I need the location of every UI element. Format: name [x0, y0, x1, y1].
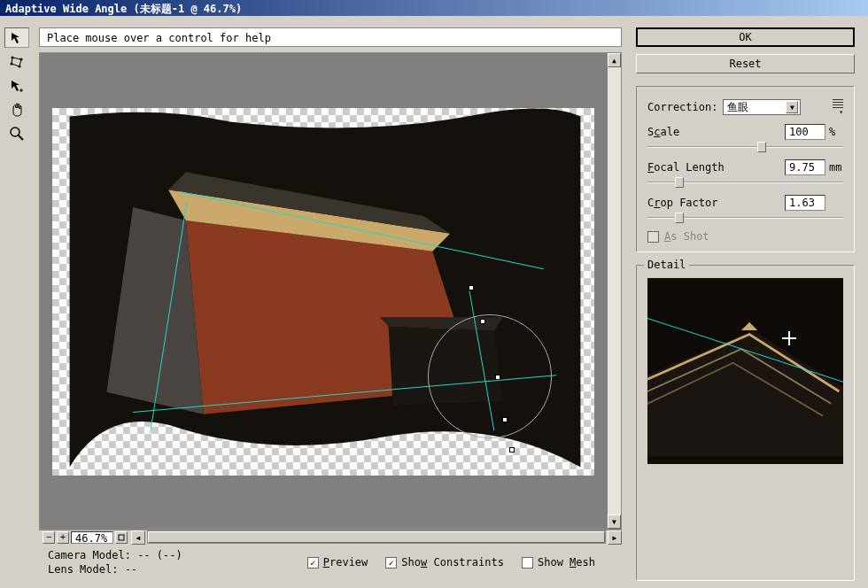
correction-label: Correction: [647, 101, 717, 113]
scale-label: Scale [647, 126, 679, 138]
lens-model-label: Lens Model: -- [48, 563, 182, 576]
svg-point-0 [12, 56, 14, 58]
scale-slider[interactable] [647, 142, 843, 152]
scroll-track-vertical[interactable] [608, 67, 621, 514]
scroll-thumb-horizontal[interactable] [148, 531, 605, 543]
scroll-track-horizontal[interactable] [147, 530, 606, 544]
focal-length-input[interactable] [785, 159, 825, 175]
zoom-in-button[interactable]: + [57, 531, 69, 544]
svg-point-6 [11, 128, 19, 136]
window-title-bar: Adaptive Wide Angle (未标题-1 @ 46.7%) [0, 0, 868, 16]
focal-unit: mm [829, 161, 843, 174]
crop-factor-param: Crop Factor [647, 195, 843, 223]
dropdown-arrow-icon: ▼ [786, 101, 798, 113]
hand-tool[interactable] [4, 99, 29, 120]
focal-length-param: Focal Length mm [647, 159, 843, 188]
svg-point-3 [11, 62, 13, 65]
panel-menu-button[interactable]: ▾ [827, 99, 843, 115]
svg-point-1 [20, 58, 23, 60]
detail-preview[interactable] [647, 278, 843, 464]
scale-param: Scale % [647, 124, 843, 152]
svg-point-2 [19, 65, 21, 67]
constraint-tool[interactable] [4, 27, 29, 48]
scroll-up-button[interactable]: ▲ [608, 53, 621, 67]
correction-dropdown[interactable]: 鱼眼 ▼ [723, 99, 801, 115]
correction-panel: Correction: 鱼眼 ▼ ▾ Scale % [636, 86, 855, 252]
scroll-right-button[interactable]: ▶ [608, 530, 622, 545]
zoom-tool[interactable] [4, 123, 29, 143]
detail-label: Detail [644, 259, 689, 271]
image-canvas[interactable] [40, 53, 607, 529]
show-constraints-checkbox[interactable]: ✓ Show Constraints [385, 556, 504, 569]
scroll-down-button[interactable]: ▼ [608, 514, 621, 529]
scale-input[interactable] [785, 124, 825, 140]
help-text-bar: Place mouse over a control for help [39, 27, 622, 47]
image-canvas-container: ▲ ▼ [39, 52, 622, 530]
zoom-level-input[interactable]: 46.7% [71, 531, 113, 544]
zoom-out-button[interactable]: − [43, 531, 55, 544]
vertical-scrollbar[interactable]: ▲ ▼ [607, 53, 621, 529]
window-title: Adaptive Wide Angle (未标题-1 @ 46.7%) [5, 3, 242, 15]
svg-line-7 [19, 135, 23, 140]
scroll-left-button[interactable]: ◀ [131, 530, 145, 545]
detail-panel: Detail [636, 265, 855, 581]
fit-button[interactable] [115, 531, 128, 544]
focal-length-slider[interactable] [647, 177, 843, 188]
camera-model-label: Camera Model: -- (--) [48, 549, 182, 561]
svg-rect-8 [119, 535, 124, 540]
crop-factor-input[interactable] [785, 195, 825, 211]
ok-button[interactable]: OK [636, 27, 855, 47]
focal-length-label: Focal Length [647, 161, 725, 174]
move-tool[interactable] [4, 75, 29, 96]
help-text: Place mouse over a control for help [47, 32, 271, 44]
crop-factor-slider[interactable] [647, 213, 843, 223]
preview-checkbox[interactable]: ✓ Preview [307, 556, 368, 569]
show-mesh-checkbox[interactable]: Show Mesh [522, 556, 595, 569]
polygon-constraint-tool[interactable] [4, 51, 29, 72]
as-shot-checkbox: As Shot [647, 230, 843, 243]
crop-factor-label: Crop Factor [647, 197, 718, 209]
tool-palette [0, 16, 35, 588]
crop-slider-thumb[interactable] [675, 213, 684, 223]
scale-unit: % [829, 126, 843, 138]
scale-slider-thumb[interactable] [757, 142, 766, 152]
focal-slider-thumb[interactable] [675, 177, 684, 188]
move-cursor-icon [782, 331, 796, 345]
reset-button[interactable]: Reset [636, 54, 855, 74]
